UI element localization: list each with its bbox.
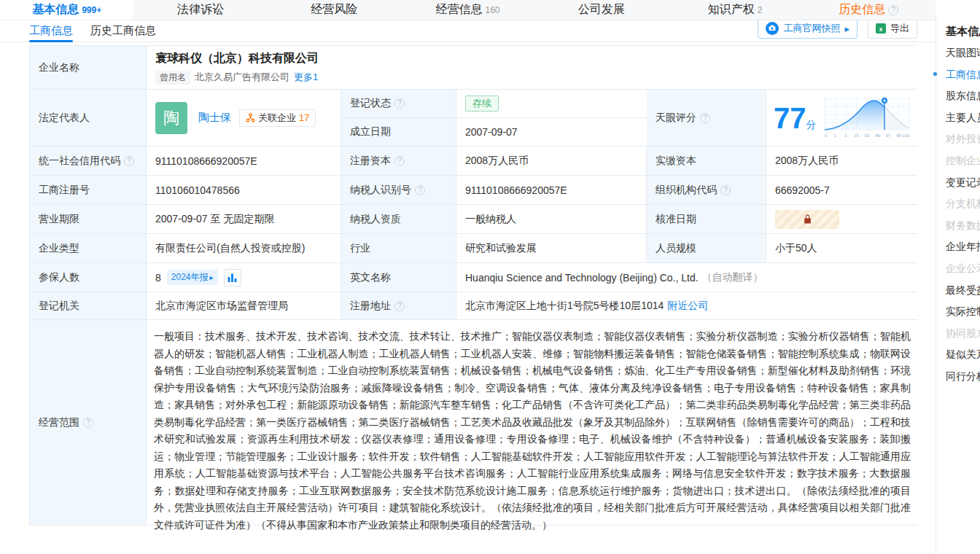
taxpayer-id-label: 纳税人识别号 ? <box>341 176 456 204</box>
help-icon[interactable]: ? <box>888 5 898 15</box>
score-cell: 77分 <box>766 90 918 146</box>
sidebar-item-co-shareholders[interactable]: 协同股东 <box>946 323 980 345</box>
tab-history-info[interactable]: 历史信息 ? <box>802 0 936 20</box>
tab-company-development[interactable]: 公司发展 <box>534 0 668 20</box>
business-scope-text: 一般项目：技术服务、技术开发、技术咨询、技术交流、技术转让、技术推广；智能仪器仪… <box>147 320 918 542</box>
locked-value[interactable] <box>775 210 839 229</box>
reg-capital-label: 注册资本 ? <box>341 147 456 175</box>
sidebar-item-change-records[interactable]: 变更记录 <box>946 172 980 194</box>
table-row: 统一社会信用代码 ? 91110108666920057E 注册资本 ? 200… <box>30 147 917 176</box>
sidebar-item-peer-analysis[interactable]: 同行分析 <box>946 366 980 388</box>
help-icon[interactable]: ? <box>394 98 405 109</box>
sidebar-item-suspected-relations[interactable]: 疑似关系 <box>946 344 980 366</box>
label-text: 经营范围 <box>39 416 79 429</box>
tab-basic-info[interactable]: 基本信息 999+ <box>0 0 133 20</box>
help-icon[interactable]: ? <box>83 418 93 428</box>
tab-label: 基本信息 <box>32 2 79 17</box>
label-text: 工商注册号 <box>39 184 90 197</box>
industry-label: 行业 <box>341 234 456 262</box>
subtab-history-business-info[interactable]: 历史工商信息 <box>90 20 156 42</box>
sidebar-item-actual-controller[interactable]: 实际控制人 <box>946 301 980 323</box>
auto-translate-note: （自动翻译） <box>702 271 763 284</box>
status-subgrid: 登记状态 ? 存续 成立日期 2007-09-07 <box>341 90 647 146</box>
sidebar-item-outbound-investment[interactable]: 对外投资 <box>946 128 980 150</box>
sidebar-item-branches[interactable]: 分支机构 <box>946 193 980 215</box>
snapshot-label: 工商官网快照 <box>783 22 840 35</box>
svg-text:85: 85 <box>875 133 880 138</box>
label-text: 成立日期 <box>350 125 391 138</box>
company-name-label: 企业名称 <box>30 46 147 89</box>
label-text: 组织机构代码 <box>656 184 717 197</box>
former-name: 北京久易广告有限公司 <box>195 71 289 84</box>
score-unit: 分 <box>806 119 817 130</box>
help-icon[interactable]: ? <box>720 185 731 195</box>
nearby-companies-link[interactable]: 附近公司 <box>667 300 708 313</box>
table-row: 工商注册号 110106010478566 纳税人识别号 ? 911101086… <box>30 176 917 205</box>
tag-label: 2024年报 <box>171 271 209 284</box>
tab-count: 999+ <box>82 5 101 15</box>
tab-operation-info[interactable]: 经营信息 160 <box>401 0 534 20</box>
sidebar-item-annual-report[interactable]: 企业年报 <box>946 236 980 258</box>
status-badge: 存续 <box>465 95 499 112</box>
value-text: 2007-09-07 <box>465 126 518 138</box>
help-icon[interactable]: ? <box>415 185 425 195</box>
svg-text:3: 3 <box>844 133 847 138</box>
svg-text:x: x <box>879 26 882 33</box>
score-value: 77 <box>774 102 806 134</box>
sidebar-item-company-publicity[interactable]: 企业公示 <box>946 258 980 280</box>
sidebar-item-label: 工商信息 <box>946 69 980 80</box>
related-companies-badge[interactable]: 关联企业 17 <box>239 109 316 127</box>
paid-capital-value: 2008万人民币 <box>766 147 918 175</box>
tab-intellectual-property[interactable]: 知识产权 2 <box>668 0 801 20</box>
badge-count: 17 <box>299 112 309 123</box>
avatar[interactable]: 陶 <box>155 102 187 134</box>
est-date-cell: 2007-09-07 <box>456 118 647 146</box>
sidebar-item-financial-data[interactable]: 财务数据 <box>946 215 980 237</box>
sidebar-item-key-personnel[interactable]: 主要人员 <box>946 107 980 129</box>
label-text: 登记机关 <box>39 300 79 313</box>
subtab-business-info[interactable]: 工商信息 <box>29 20 73 42</box>
help-icon[interactable]: ? <box>124 156 134 166</box>
reg-capital-value: 2008万人民币 <box>456 147 647 175</box>
value-text: 一般纳税人 <box>465 213 516 226</box>
label-text: 企业名称 <box>39 61 79 74</box>
sidebar-item-graph[interactable]: 天眼图谱 <box>946 42 980 64</box>
business-scope-label: 经营范围 ? <box>30 320 147 525</box>
export-button[interactable]: x 导出 <box>868 18 917 39</box>
help-icon[interactable]: ? <box>394 301 405 311</box>
tab-label: 历史信息 <box>839 2 885 17</box>
table-row: 企业名称 寰球科仪（北京）科技有限公司 曾用名 北京久易广告有限公司 更多1 <box>30 46 917 90</box>
staff-size-value: 小于50人 <box>766 234 918 262</box>
official-snapshot-button[interactable]: 工商官网快照 ▸ <box>758 18 858 39</box>
reg-address-value: 北京市海淀区上地十街1号院5号楼10层1014 附近公司 <box>456 292 918 319</box>
paid-capital-label: 实缴资本 <box>647 147 766 175</box>
company-type-value: 有限责任公司(自然人投资或控股) <box>147 234 341 262</box>
tab-label: 经营风险 <box>311 2 357 17</box>
label-text: 行业 <box>350 242 370 255</box>
sidebar-item-shareholders[interactable]: 股东信息 <box>946 85 980 107</box>
table-row: 企业类型 有限责任公司(自然人投资或控股) 行业 研究和试验发展 人员规模 小于… <box>30 234 917 263</box>
value-text: Huanqiu Science and Technology (Beijing)… <box>465 272 699 284</box>
value-text: 91110108666920057E <box>465 184 567 196</box>
sidebar-item-business-info[interactable]: 工商信息 <box>946 64 980 86</box>
value-text: 2008万人民币 <box>775 155 839 168</box>
svg-text:50: 50 <box>864 133 869 138</box>
active-dot-icon <box>933 72 937 76</box>
tab-legal-proceedings[interactable]: 法律诉讼 <box>133 0 267 20</box>
insured-trend-chart-button[interactable] <box>224 269 241 286</box>
org-network-icon <box>246 113 255 122</box>
value-text: 8 <box>155 272 161 284</box>
sidebar-item-controlled-companies[interactable]: 控制企业 <box>946 150 980 172</box>
business-term-value: 2007-09-07 至 无固定期限 <box>147 205 341 233</box>
help-icon[interactable]: ? <box>700 113 710 123</box>
bar-chart-icon <box>228 273 237 282</box>
export-label: 导出 <box>890 22 909 35</box>
tab-operation-risk[interactable]: 经营风险 <box>268 0 401 20</box>
sidebar-item-ultimate-beneficiary[interactable]: 最终受益人 <box>946 280 980 302</box>
reg-authority-value: 北京市海淀区市场监督管理局 <box>147 292 341 319</box>
annual-report-tag[interactable]: 2024年报 ▸ <box>167 270 218 285</box>
more-former-names-link[interactable]: 更多1 <box>294 71 318 84</box>
taxpayer-id-value: 91110108666920057E <box>456 176 647 204</box>
legal-rep-name-link[interactable]: 陶士保 <box>198 111 231 125</box>
help-icon[interactable]: ? <box>394 156 405 166</box>
